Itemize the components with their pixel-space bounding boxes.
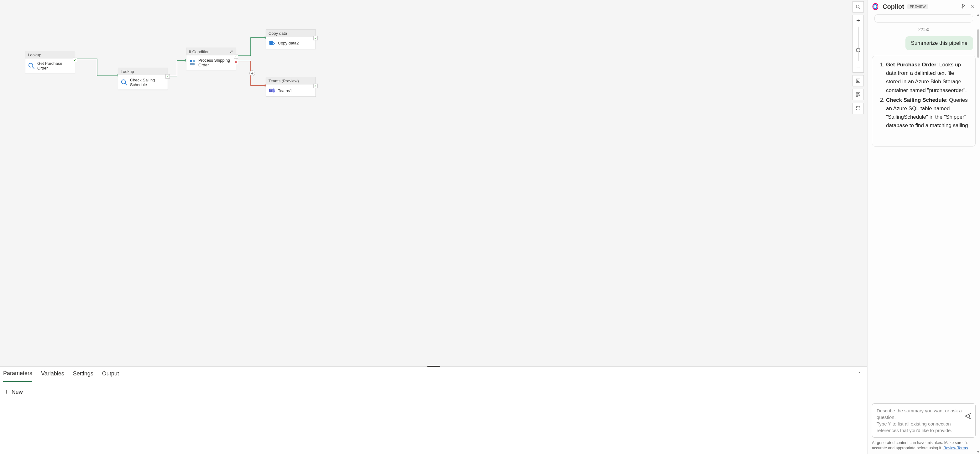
close-button[interactable]: [969, 3, 976, 10]
zoom-in-button[interactable]: +: [853, 17, 864, 25]
node-type-label: Lookup: [28, 52, 41, 57]
summary-item-1: Get Purchase Order: Looks up data from a…: [886, 60, 970, 95]
zoom-track[interactable]: [858, 27, 858, 61]
pipeline-canvas-area: Lookup Get Purchase Order ✓ Lookup Check…: [0, 0, 867, 454]
bottom-panel: Parameters Variables Settings Output ˄ +…: [0, 366, 867, 454]
node-process-shipping-order[interactable]: If Condition ⤢ Process Shipping Order ✓ …: [186, 48, 236, 70]
if-condition-icon: [189, 59, 196, 66]
svg-text:T: T: [270, 89, 272, 92]
copilot-header: Copilot PREVIEW: [867, 0, 980, 13]
scroll-up-icon[interactable]: ▲: [976, 13, 980, 17]
add-branch-button[interactable]: +: [250, 70, 255, 76]
search-button[interactable]: [853, 1, 864, 13]
auto-layout-button[interactable]: [853, 89, 864, 100]
node-title: Get Purchase Order: [37, 61, 72, 70]
previous-card-partial: [874, 14, 973, 22]
fit-icon: [856, 78, 861, 83]
preview-badge: PREVIEW: [907, 4, 928, 9]
tab-settings[interactable]: Settings: [73, 367, 93, 381]
svg-rect-17: [857, 80, 859, 81]
svg-point-12: [273, 89, 275, 90]
connector-1: [75, 59, 119, 78]
copy-data-icon: [269, 40, 275, 46]
fullscreen-button[interactable]: [853, 103, 864, 114]
svg-line-1: [32, 67, 34, 68]
node-title: Copy data2: [278, 41, 299, 45]
fullscreen-icon: [856, 106, 861, 111]
svg-rect-20: [856, 95, 858, 97]
lookup-icon: [121, 79, 127, 86]
svg-rect-13: [273, 90, 275, 92]
svg-point-0: [29, 63, 33, 67]
svg-line-15: [859, 8, 860, 9]
svg-rect-6: [190, 63, 195, 65]
send-button[interactable]: [964, 412, 972, 420]
connector-2: [169, 60, 188, 79]
input-placeholder-line1: Describe the summary you want or ask a q…: [877, 408, 962, 420]
svg-rect-16: [856, 79, 860, 83]
send-icon: [964, 413, 971, 419]
node-title: Teams1: [278, 88, 292, 93]
zoom-thumb[interactable]: [856, 48, 860, 52]
expand-icon[interactable]: ⤢: [230, 49, 234, 54]
layout-icon: [856, 92, 861, 97]
collapse-panel-button[interactable]: ˄: [858, 371, 861, 378]
status-success-icon: ✓: [165, 74, 170, 79]
pin-button[interactable]: [959, 3, 966, 10]
svg-point-5: [192, 60, 195, 62]
copilot-title: Copilot: [883, 3, 904, 10]
node-type-label: Lookup: [121, 69, 134, 74]
bottom-tabs: Parameters Variables Settings Output ˄: [0, 367, 867, 382]
status-failure-icon: ✕: [234, 60, 238, 64]
svg-point-4: [190, 60, 192, 62]
node-copy-data2[interactable]: Copy data Copy data2 ✓: [266, 29, 316, 49]
svg-point-9: [269, 43, 273, 45]
status-success-icon: ✓: [313, 36, 318, 40]
tab-variables[interactable]: Variables: [41, 367, 64, 381]
new-parameter-button[interactable]: + New: [5, 388, 23, 396]
zoom-slider[interactable]: + −: [853, 15, 864, 73]
node-title: Process Shipping Order: [198, 58, 234, 67]
svg-rect-19: [858, 93, 860, 94]
panel-body: + New: [0, 382, 867, 402]
teams-icon: T: [269, 87, 275, 94]
svg-point-14: [856, 5, 859, 8]
status-success-icon: ✓: [313, 84, 318, 88]
copilot-panel: Copilot PREVIEW 22:50 Summarize this pip…: [867, 0, 980, 454]
review-terms-link[interactable]: Review Terms: [943, 446, 968, 450]
fit-to-screen-button[interactable]: [853, 75, 864, 86]
plus-icon: +: [5, 388, 8, 396]
node-check-sailing-schedule[interactable]: Lookup Check Sailing Schedule ✓: [118, 68, 168, 90]
lookup-icon: [28, 62, 35, 69]
copilot-scrollbar[interactable]: ▲ ▼: [977, 13, 979, 454]
node-type-label: Copy data: [269, 31, 287, 36]
node-type-label: If Condition: [189, 49, 210, 54]
close-icon: [970, 5, 975, 9]
app-root: Lookup Get Purchase Order ✓ Lookup Check…: [0, 0, 980, 454]
status-success-icon: ✓: [234, 54, 238, 59]
copilot-body: 22:50 Summarize this pipeline Get Purcha…: [867, 13, 980, 400]
connector-3: [238, 38, 266, 59]
node-teams1[interactable]: Teams (Preview) T Teams1 ✓: [266, 77, 316, 97]
scroll-thumb[interactable]: [977, 29, 979, 58]
scroll-down-icon[interactable]: ▼: [976, 449, 980, 454]
copilot-input-area: Describe the summary you want or ask a q…: [867, 400, 980, 438]
pipeline-canvas[interactable]: Lookup Get Purchase Order ✓ Lookup Check…: [0, 0, 867, 366]
tab-output[interactable]: Output: [102, 367, 119, 381]
svg-rect-18: [856, 93, 858, 94]
svg-point-2: [122, 80, 126, 84]
copilot-input[interactable]: Describe the summary you want or ask a q…: [872, 403, 975, 438]
user-message: Summarize this pipeline: [905, 37, 973, 50]
message-timestamp: 22:50: [872, 27, 975, 32]
search-icon: [856, 5, 861, 10]
pin-icon: [960, 4, 965, 9]
node-get-purchase-order[interactable]: Lookup Get Purchase Order ✓: [25, 51, 75, 73]
input-placeholder-line2: Type '/' to list all existing connection…: [877, 421, 952, 433]
summary-item-2: Check Sailing Schedule: Queries an Azure…: [886, 96, 970, 130]
node-type-label: Teams (Preview): [269, 79, 299, 83]
status-success-icon: ✓: [73, 58, 77, 62]
zoom-out-button[interactable]: −: [853, 63, 864, 71]
canvas-toolbar: + −: [853, 1, 864, 114]
tab-parameters[interactable]: Parameters: [3, 367, 32, 382]
copilot-footer: AI-generated content can have mistakes. …: [867, 438, 980, 454]
